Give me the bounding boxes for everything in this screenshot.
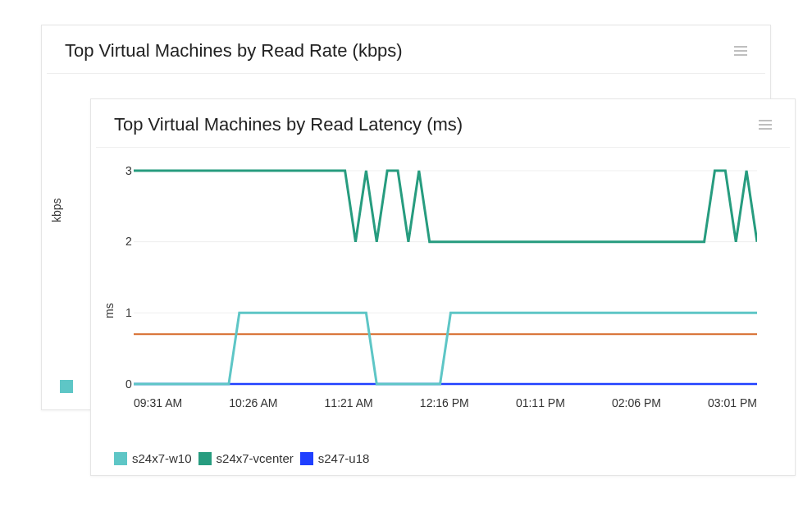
x-tick: 03:01 PM	[708, 396, 757, 409]
y-axis-label: kbps	[50, 198, 63, 222]
legend-label: s24x7-w10	[132, 451, 192, 465]
legend-label: s24x7-vcenter	[217, 451, 294, 465]
x-tick: 10:26 AM	[229, 396, 277, 409]
y-tick: 1	[125, 306, 132, 319]
legend-item[interactable]: s247-u18	[300, 451, 370, 465]
chart-legend: s24x7-w10 s24x7-vcenter s247-u18	[114, 451, 372, 465]
y-axis-label: ms	[103, 303, 116, 318]
series-s24x7-vcenter	[134, 171, 757, 242]
card-header: Top Virtual Machines by Read Rate (kbps)	[47, 25, 765, 74]
x-tick: 12:16 PM	[420, 396, 469, 409]
legend-item[interactable]: s24x7-w10	[114, 451, 192, 465]
card-title: Top Virtual Machines by Read Latency (ms…	[114, 114, 463, 135]
legend-swatch-icon	[114, 452, 127, 465]
x-tick: 11:21 AM	[325, 396, 373, 409]
y-tick: 0	[125, 377, 132, 391]
line-chart	[134, 162, 757, 392]
card-read-latency: Top Virtual Machines by Read Latency (ms…	[90, 98, 796, 476]
x-tick: 02:06 PM	[612, 396, 661, 409]
y-tick: 2	[125, 235, 132, 248]
y-tick: 3	[125, 164, 132, 177]
legend-swatch-icon	[300, 452, 313, 465]
card-title: Top Virtual Machines by Read Rate (kbps)	[65, 40, 403, 62]
series-s24x7-w10	[134, 313, 757, 384]
legend-swatch	[60, 380, 73, 393]
legend-item[interactable]: s24x7-vcenter	[198, 451, 294, 465]
x-axis-ticks: 09:31 AM 10:26 AM 11:21 AM 12:16 PM 01:1…	[134, 396, 757, 409]
x-tick: 01:11 PM	[516, 396, 565, 409]
legend-swatch-icon	[198, 452, 212, 465]
x-tick: 09:31 AM	[134, 396, 182, 409]
legend-label: s247-u18	[318, 451, 370, 465]
card-header: Top Virtual Machines by Read Latency (ms…	[96, 99, 790, 148]
hamburger-menu-icon[interactable]	[734, 46, 747, 56]
chart-area: ms 3 2 1 0 09:31 AM 10:26 AM 11:21 AM 12…	[109, 162, 777, 417]
hamburger-menu-icon[interactable]	[759, 120, 772, 130]
